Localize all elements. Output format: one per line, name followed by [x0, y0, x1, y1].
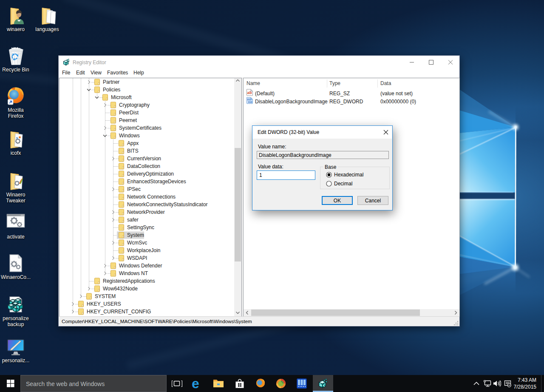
svg-text:NetworkProvider: NetworkProvider — [127, 209, 165, 215]
svg-text:safer: safer — [127, 217, 139, 223]
svg-text:WcmSvc: WcmSvc — [127, 240, 147, 246]
svg-text:Windows Defender: Windows Defender — [119, 263, 162, 269]
svg-text:System: System — [127, 232, 144, 238]
svg-text:Cryptography: Cryptography — [119, 102, 150, 108]
svg-text:Windows: Windows — [119, 133, 140, 139]
svg-text:CurrentVersion: CurrentVersion — [127, 156, 161, 162]
svg-text:RegisteredApplications: RegisteredApplications — [103, 278, 155, 284]
svg-text:Network Connections: Network Connections — [127, 194, 176, 200]
svg-text:Windows NT: Windows NT — [119, 270, 148, 276]
svg-text:ab: ab — [247, 90, 252, 95]
svg-text:Appx: Appx — [127, 140, 139, 146]
svg-text:Partner: Partner — [103, 79, 119, 85]
svg-text:HKEY_USERS: HKEY_USERS — [87, 301, 121, 307]
svg-text:NetworkConnectivityStatusIndic: NetworkConnectivityStatusIndicator — [127, 202, 207, 207]
svg-text:e: e — [192, 378, 199, 389]
svg-text:IPSec: IPSec — [127, 186, 141, 192]
svg-text:Microsoft: Microsoft — [111, 94, 132, 100]
svg-text:WorkplaceJoin: WorkplaceJoin — [127, 247, 160, 253]
svg-text:110: 110 — [248, 100, 252, 103]
svg-text:SettingSync: SettingSync — [127, 224, 154, 230]
svg-text:DataCollection: DataCollection — [127, 163, 160, 169]
svg-text:Wow6432Node: Wow6432Node — [103, 286, 138, 292]
svg-text:SystemCertificates: SystemCertificates — [119, 125, 162, 131]
svg-text:DeliveryOptimization: DeliveryOptimization — [127, 171, 174, 177]
svg-text:SYSTEM: SYSTEM — [95, 293, 116, 299]
svg-text:PeerDist: PeerDist — [119, 110, 139, 116]
svg-text:BITS: BITS — [127, 148, 139, 154]
svg-text:EnhancedStorageDevices: EnhancedStorageDevices — [127, 179, 186, 185]
svg-text:WSDAPI: WSDAPI — [127, 255, 147, 261]
svg-text:HKEY_CURRENT_CONFIG: HKEY_CURRENT_CONFIG — [87, 309, 151, 315]
svg-text:Policies: Policies — [103, 87, 120, 93]
svg-text:Peernet: Peernet — [119, 117, 137, 123]
